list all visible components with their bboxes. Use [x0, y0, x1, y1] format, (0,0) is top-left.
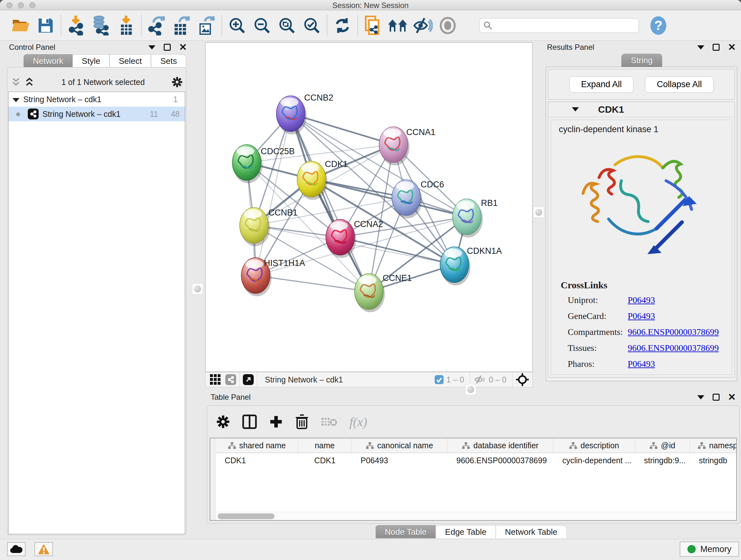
- tab-node-table[interactable]: Node Table: [376, 525, 436, 538]
- close-panel-icon[interactable]: ✕: [728, 44, 736, 51]
- help-button[interactable]: ?: [646, 13, 671, 38]
- node-CCNB2[interactable]: [276, 96, 307, 134]
- table-cell[interactable]: cyclin-dependent ...: [553, 456, 635, 465]
- grid-view-icon[interactable]: [210, 374, 221, 385]
- table-cell[interactable]: 9606.ENSP00000378699: [448, 456, 553, 465]
- node-table[interactable]: shared namenamecanonical namedatabase id…: [210, 438, 737, 521]
- node-CCNA2[interactable]: [326, 219, 356, 258]
- column-header-description[interactable]: description: [553, 438, 635, 453]
- network-row[interactable]: ● String Network – cdk1 11 48: [9, 107, 185, 121]
- zoom-selected-button[interactable]: [299, 13, 324, 38]
- node-RB1[interactable]: [453, 199, 483, 238]
- left-splitter-handle[interactable]: [192, 284, 203, 294]
- expand-all-icon[interactable]: [24, 77, 35, 87]
- table-horizontal-scrollbar[interactable]: [216, 512, 736, 520]
- table-options-gear-icon[interactable]: [216, 415, 230, 429]
- collapse-gene-icon[interactable]: [572, 107, 579, 111]
- edge-CCNB2-HIST1H1A[interactable]: [256, 114, 291, 275]
- column-header-name[interactable]: name: [298, 438, 352, 453]
- expand-all-button[interactable]: Expand All: [569, 76, 634, 92]
- collapse-all-icon[interactable]: [10, 77, 21, 87]
- import-database-button[interactable]: [89, 13, 114, 38]
- warnings-button[interactable]: [35, 542, 53, 556]
- compartments-link[interactable]: 9606.ENSP00000378699: [628, 327, 719, 337]
- network-view-icon[interactable]: [225, 374, 236, 385]
- node-CDK1[interactable]: [297, 161, 327, 200]
- table-cell[interactable]: CDK1: [216, 456, 298, 465]
- table-cell[interactable]: CDK1: [298, 456, 352, 465]
- zoom-in-button[interactable]: [225, 13, 250, 38]
- add-column-icon[interactable]: [269, 415, 283, 429]
- memory-button[interactable]: Memory: [680, 542, 739, 557]
- gene-card-header[interactable]: CDK1: [548, 102, 735, 117]
- node-CCNE1[interactable]: [354, 273, 385, 312]
- tab-edge-table[interactable]: Edge Table: [436, 525, 496, 538]
- search-box[interactable]: [479, 18, 639, 33]
- close-panel-icon[interactable]: ✕: [179, 44, 187, 51]
- hidden-eye-icon[interactable]: [473, 374, 486, 385]
- delete-trash-icon[interactable]: [295, 415, 309, 429]
- tree-expand-icon[interactable]: [12, 98, 19, 102]
- panel-menu-icon[interactable]: [697, 395, 704, 399]
- column-header-shared-name[interactable]: shared name: [216, 438, 298, 453]
- tab-network[interactable]: Network: [23, 54, 72, 67]
- show-all-button[interactable]: [435, 13, 460, 38]
- save-session-button[interactable]: [33, 13, 58, 38]
- node-CCNA1[interactable]: [379, 127, 409, 165]
- node-CDKN1A[interactable]: [440, 247, 470, 286]
- show-columns-icon[interactable]: [242, 415, 257, 429]
- string-network-graph[interactable]: CCNB2CCNA1CDC25BCDK1CDC6RB1CCNB1CCNA2CDK…: [205, 43, 532, 372]
- uniprot-link[interactable]: P06493: [628, 295, 655, 305]
- duplicate-network-button[interactable]: [360, 13, 386, 38]
- table-cell[interactable]: stringdb:9...: [635, 456, 690, 465]
- scrollbar-thumb[interactable]: [218, 513, 274, 519]
- genecard-link[interactable]: P06493: [628, 311, 655, 321]
- tab-network-table[interactable]: Network Table: [495, 525, 566, 538]
- search-input[interactable]: [495, 21, 635, 30]
- float-panel-icon[interactable]: [713, 44, 720, 51]
- open-session-button[interactable]: [8, 13, 33, 38]
- cloud-status-button[interactable]: [7, 542, 25, 556]
- hide-selected-button[interactable]: [410, 13, 435, 38]
- tab-sets[interactable]: Sets: [151, 54, 186, 67]
- network-options-gear-icon[interactable]: [172, 76, 183, 88]
- pharos-link[interactable]: P06493: [628, 359, 655, 369]
- node-CDC6[interactable]: [392, 180, 422, 219]
- tissues-link[interactable]: 9606.ENSP00000378699: [628, 343, 719, 353]
- table-cell[interactable]: P06493: [352, 456, 448, 465]
- edge-CCNE1-HIST1H1A[interactable]: [256, 275, 369, 292]
- float-panel-icon[interactable]: [713, 394, 720, 401]
- export-network-button[interactable]: [144, 13, 169, 38]
- selected-nodes-checkbox-icon[interactable]: [434, 375, 444, 384]
- control-panel-title: Control Panel: [9, 43, 55, 52]
- export-image-button[interactable]: [194, 13, 219, 38]
- column-header--id[interactable]: @id: [635, 438, 690, 453]
- refresh-button[interactable]: [330, 13, 355, 38]
- node-CCNB1[interactable]: [240, 207, 270, 246]
- import-table-button[interactable]: [114, 13, 138, 38]
- collapse-all-button[interactable]: Collapse All: [645, 76, 714, 92]
- panel-menu-icon[interactable]: [148, 45, 155, 50]
- close-panel-icon[interactable]: ✕: [728, 394, 736, 401]
- float-panel-icon[interactable]: [164, 44, 171, 51]
- crosslink-label: Uniprot:: [561, 295, 628, 305]
- table-cell[interactable]: stringdb: [690, 456, 737, 465]
- network-collection-row[interactable]: String Network – cdk1 1: [9, 92, 185, 107]
- column-header-canonical-name[interactable]: canonical name: [352, 438, 448, 453]
- birdseye-toggle-button[interactable]: [386, 13, 410, 38]
- table-row[interactable]: CDK1CDK1P064939606.ENSP00000378699cyclin…: [216, 453, 737, 468]
- selection-mode-crosshair-icon[interactable]: [516, 373, 529, 386]
- zoom-out-button[interactable]: [250, 13, 274, 38]
- detach-view-icon[interactable]: [243, 374, 254, 385]
- column-header-database-identifier[interactable]: database identifier: [448, 438, 553, 453]
- tab-string[interactable]: String: [621, 54, 662, 67]
- import-network-button[interactable]: [64, 13, 89, 38]
- export-table-button[interactable]: [169, 13, 194, 38]
- table-vertical-scrollbar[interactable]: [210, 438, 215, 520]
- tab-style[interactable]: Style: [72, 54, 110, 67]
- tab-select[interactable]: Select: [110, 54, 151, 67]
- network-canvas[interactable]: CCNB2CCNA1CDC25BCDK1CDC6RB1CCNB1CCNA2CDK…: [205, 43, 533, 372]
- zoom-fit-button[interactable]: [274, 13, 299, 38]
- column-header-namespace[interactable]: namespace: [690, 438, 737, 453]
- panel-menu-icon[interactable]: [697, 45, 704, 50]
